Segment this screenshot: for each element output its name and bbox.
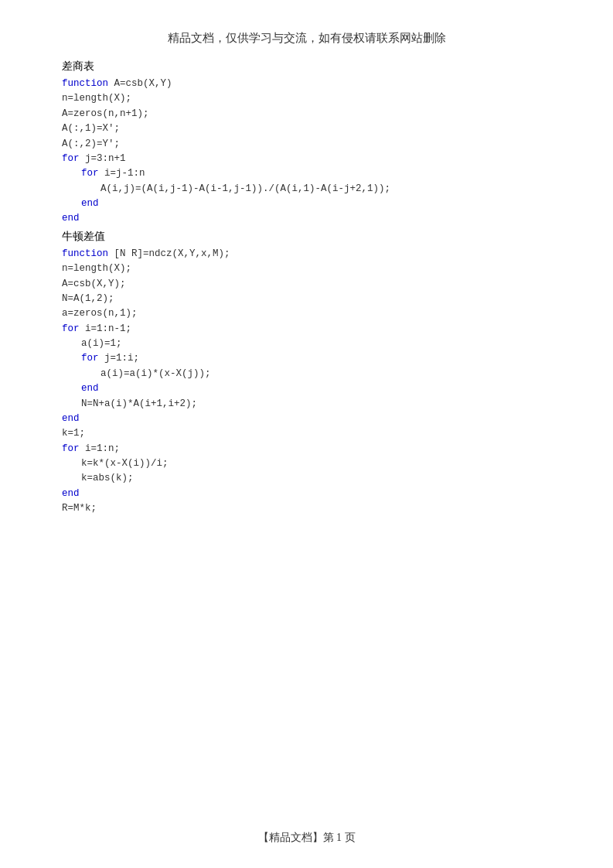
section-title-1: 差商表: [62, 60, 551, 73]
code-line: for i=1:n;: [62, 442, 551, 456]
code-text: n=length(X);: [62, 93, 131, 104]
code-text: A=csb(X,Y);: [62, 279, 126, 289]
code-text: A(:,2)=Y';: [62, 138, 120, 149]
code-text: N=A(1,2);: [62, 293, 114, 304]
code-text: j=3:n+1: [80, 153, 126, 164]
code-line: n=length(X);: [62, 261, 551, 276]
code-line: end: [62, 412, 551, 426]
keyword: for: [62, 323, 80, 334]
code-line: k=1;: [62, 426, 551, 441]
code-line: k=abs(k);: [62, 471, 551, 486]
code-line: A(:,2)=Y';: [62, 137, 551, 152]
code-line: end: [62, 487, 551, 501]
keyword: for: [62, 153, 80, 164]
code-text: [N R]=ndcz(X,Y,x,M);: [108, 248, 230, 259]
code-line: for j=3:n+1: [62, 152, 551, 166]
code-text: i=1:n-1;: [80, 323, 132, 334]
code-text: a(i)=1;: [81, 338, 122, 349]
code-line: A(:,1)=X';: [62, 121, 551, 136]
keyword: function: [62, 248, 108, 259]
keyword: function: [62, 78, 108, 89]
code-text: a(i)=a(i)*(x-X(j));: [100, 368, 211, 379]
code-line: A=csb(X,Y);: [62, 277, 551, 292]
code-line: function A=csb(X,Y): [62, 77, 551, 91]
code-line: for j=1:i;: [62, 351, 551, 366]
code-text: A=csb(X,Y): [108, 78, 172, 89]
code-line: a=zeros(n,1);: [62, 306, 551, 321]
code-text: R=M*k;: [62, 503, 97, 514]
code-line: a(i)=1;: [62, 337, 551, 351]
code-line: R=M*k;: [62, 501, 551, 516]
footer: 【精品文档】第 1 页: [0, 831, 613, 845]
code-line: k=k*(x-X(i))/i;: [62, 456, 551, 471]
code-line: end: [62, 381, 551, 396]
keyword: for: [81, 168, 99, 179]
code-line: end: [62, 211, 551, 226]
code-line: N=N+a(i)*A(i+1,i+2);: [62, 397, 551, 412]
keyword: end: [62, 213, 80, 224]
code-line: n=length(X);: [62, 91, 551, 106]
code-block-2: function [N R]=ndcz(X,Y,x,M); n=length(X…: [62, 247, 551, 517]
code-text: N=N+a(i)*A(i+1,i+2);: [81, 398, 197, 409]
keyword: for: [62, 443, 80, 454]
header-title: 精品文档，仅供学习与交流，如有侵权请联系网站删除: [62, 31, 551, 46]
code-line: a(i)=a(i)*(x-X(j));: [62, 367, 551, 381]
section-title-2: 牛顿差值: [62, 230, 551, 244]
code-text: j=1:i;: [99, 353, 140, 364]
code-text: i=1:n;: [80, 443, 121, 454]
code-line: function [N R]=ndcz(X,Y,x,M);: [62, 247, 551, 261]
code-text: n=length(X);: [62, 263, 131, 274]
code-text: A(:,1)=X';: [62, 123, 120, 134]
code-block-1: function A=csb(X,Y) n=length(X); A=zeros…: [62, 77, 551, 227]
code-text: k=k*(x-X(i))/i;: [81, 458, 169, 469]
code-text: A=zeros(n,n+1);: [62, 108, 149, 119]
code-line: for i=j-1:n: [62, 166, 551, 181]
code-line: for i=1:n-1;: [62, 322, 551, 337]
code-text: i=j-1:n: [99, 168, 145, 179]
page: 精品文档，仅供学习与交流，如有侵权请联系网站删除 差商表 function A=…: [0, 0, 613, 868]
code-line: A=zeros(n,n+1);: [62, 107, 551, 121]
code-line: A(i,j)=(A(i,j-1)-A(i-1,j-1))./(A(i,1)-A(…: [62, 182, 551, 196]
code-text: k=1;: [62, 428, 85, 439]
keyword: end: [62, 488, 80, 499]
keyword: end: [62, 413, 80, 424]
keyword: for: [81, 353, 99, 364]
keyword: end: [81, 383, 99, 394]
code-text: A(i,j)=(A(i,j-1)-A(i-1,j-1))./(A(i,1)-A(…: [100, 183, 390, 194]
code-text: a=zeros(n,1);: [62, 308, 138, 319]
keyword: end: [81, 198, 99, 209]
code-line: N=A(1,2);: [62, 292, 551, 306]
code-text: k=abs(k);: [81, 473, 134, 484]
code-line: end: [62, 196, 551, 211]
